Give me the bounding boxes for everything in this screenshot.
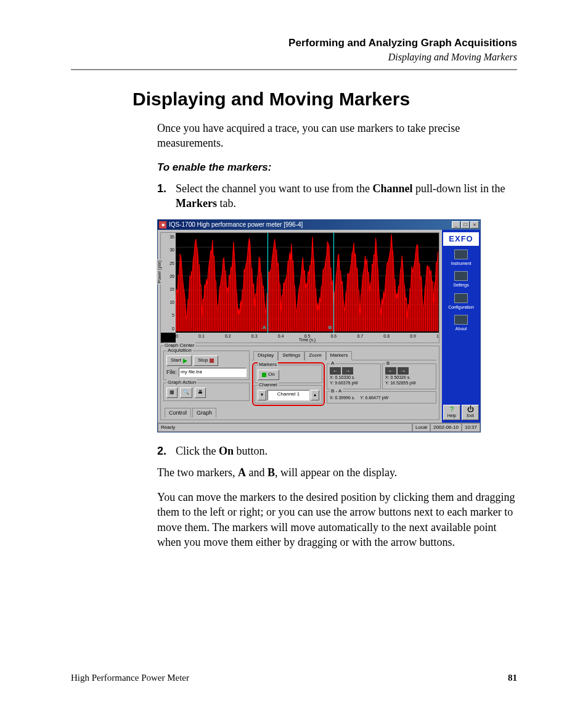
trace-plot <box>176 233 439 333</box>
page-footer: High Performance Power Meter 81 <box>71 673 517 683</box>
status-local: Local <box>412 423 430 432</box>
arrow-right-icon: → <box>401 367 406 375</box>
sidebar-about[interactable]: About <box>443 314 479 333</box>
status-bar: Ready Local 2002-06-10 10:37 <box>158 423 480 432</box>
acquisition-panel: Acquisition Start Stop File: my file.tra <box>163 351 250 380</box>
configuration-icon <box>454 293 468 303</box>
power-icon: ⏻ <box>462 406 478 413</box>
channel-up-button[interactable]: ▴ <box>311 390 319 400</box>
exit-button[interactable]: ⏻Exit <box>462 405 479 420</box>
tab-zoom[interactable]: Zoom <box>304 351 325 360</box>
printer-icon: 🖶 <box>198 389 203 396</box>
y-axis: 35302520151050 <box>161 233 176 333</box>
tab-control[interactable]: Control <box>165 408 191 418</box>
procedure-title: To enable the markers: <box>157 161 517 175</box>
marker-a-right-button[interactable]: → <box>342 367 353 375</box>
marker-b-x: X: 0.50326 s. <box>385 375 433 380</box>
step1-bold-markers: Markers <box>176 197 217 209</box>
titlebar: ◆ IQS-1700 High performance power meter … <box>158 220 480 230</box>
maximize-button[interactable]: □ <box>461 221 470 229</box>
screenshot-figure: ◆ IQS-1700 High performance power meter … <box>157 219 517 432</box>
markers-group: Markers On <box>255 365 322 383</box>
grid-button[interactable]: ▦ <box>166 387 178 398</box>
on-button[interactable]: On <box>258 370 279 380</box>
zoom-button[interactable]: 🔍 <box>180 387 192 398</box>
file-input[interactable]: my file.tra <box>179 368 247 377</box>
step1-bold-channel: Channel <box>372 182 412 195</box>
marker-a-line[interactable] <box>267 233 268 333</box>
step1-text-c: tab. <box>217 197 236 209</box>
window-title: IQS-1700 High performance power meter [9… <box>169 221 452 229</box>
status-time: 10:37 <box>462 423 480 432</box>
marker-b-line[interactable] <box>333 233 334 333</box>
arrow-left-icon: ← <box>388 367 394 375</box>
step1-text-a: Select the channel you want to use from … <box>176 182 372 195</box>
marker-a-x: X: 0.10330 s. <box>330 375 378 380</box>
marker-diff-y: Y: 6.86477 pW <box>360 395 388 400</box>
channel-group: Channel ▾ Channel 1 ▴ <box>255 385 322 404</box>
chart-area[interactable]: 35302520151050 Power (pW) <box>160 232 439 343</box>
marker-b-panel: B ← → X: 0.50326 s. Y: 16.52855 pW <box>382 363 436 389</box>
start-button[interactable]: Start <box>166 355 192 366</box>
page-title: Displaying and Moving Markers <box>133 89 517 110</box>
tab-markers[interactable]: Markers <box>326 351 353 360</box>
sidebar: EXFO Instrument Settings Configuration A… <box>442 230 480 423</box>
marker-a-label: A <box>263 325 266 331</box>
marker-a-left-button[interactable]: ← <box>330 367 341 375</box>
stop-icon <box>210 359 214 363</box>
sidebar-instrument[interactable]: Instrument <box>443 248 479 267</box>
about-icon <box>454 315 468 325</box>
channel-dropdown-button[interactable]: ▾ <box>258 390 266 400</box>
footer-page-number: 81 <box>508 673 517 683</box>
arrow-left-icon: ← <box>333 367 338 375</box>
on-indicator-icon <box>262 373 266 377</box>
close-button[interactable]: × <box>470 221 479 229</box>
settings-icon <box>454 271 468 281</box>
x-axis-label: Time (s.) <box>299 337 316 343</box>
step-1: 1. Select the channel you want to use fr… <box>157 181 517 211</box>
step2-text-b: button. <box>234 445 267 457</box>
marker-diff-panel: B - A X: 0.39996 s. Y: 6.86477 pW <box>327 391 436 404</box>
stop-button[interactable]: Stop <box>194 355 218 366</box>
tab-display[interactable]: Display <box>253 351 278 360</box>
marker-b-left-button[interactable]: ← <box>385 367 396 375</box>
step-number: 1. <box>157 181 176 211</box>
marker-b-label: B <box>329 325 332 331</box>
paragraph-move-markers: You can move the markers to the desired … <box>157 490 517 550</box>
footer-product: High Performance Power Meter <box>71 673 189 683</box>
chevron-up-icon: ▴ <box>314 392 316 399</box>
step-2: 2. Click the On button. <box>157 444 517 458</box>
play-icon <box>183 359 187 363</box>
file-label: File: <box>166 368 177 376</box>
paragraph-markers-appear: The two markers, A and B, will appear on… <box>157 465 517 480</box>
sidebar-configuration[interactable]: Configuration <box>443 292 479 311</box>
minimize-button[interactable]: _ <box>452 221 460 229</box>
instrument-icon <box>454 249 468 259</box>
grid-icon: ▦ <box>169 389 174 396</box>
panel-tabs: Display Settings Zoom Markers <box>252 351 436 360</box>
x-axis: 00.10.20.30.40.50.60.70.80.91 Time (s.) <box>176 333 439 343</box>
graph-center-panel: Graph Center Acquisition Start Stop <box>160 346 439 420</box>
step2-bold-on: On <box>219 445 234 457</box>
step1-text-b: pull-down list in the <box>412 182 505 195</box>
app-window: ◆ IQS-1700 High performance power meter … <box>157 219 481 432</box>
marker-a-y: Y: 9.66378 pW <box>330 380 378 386</box>
highlight-box: Markers On Channel ▾ Channel <box>252 362 325 406</box>
channel-select[interactable]: Channel 1 <box>267 390 309 400</box>
tab-settings[interactable]: Settings <box>278 351 304 360</box>
marker-b-right-button[interactable]: → <box>398 367 409 375</box>
marker-b-y: Y: 16.52855 pW <box>385 380 433 386</box>
intro-paragraph: Once you have acquired a trace, you can … <box>157 121 517 151</box>
help-button[interactable]: ?Help <box>443 405 460 420</box>
graph-action-panel: Graph Action ▦ 🔍 🖶 <box>163 383 250 401</box>
chevron-down-icon: ▾ <box>261 392 263 399</box>
marker-a-panel: A ← → X: 0.10330 s. Y: 9.66378 pW <box>327 363 381 389</box>
sidebar-settings[interactable]: Settings <box>443 270 479 289</box>
tab-graph[interactable]: Graph <box>192 408 216 418</box>
y-axis-label: Power (pW) <box>157 259 162 285</box>
step-number: 2. <box>157 444 176 458</box>
help-icon: ? <box>444 406 460 413</box>
header-divider <box>71 69 517 70</box>
print-button[interactable]: 🖶 <box>195 387 206 398</box>
header-section: Displaying and Moving Markers <box>71 52 517 63</box>
